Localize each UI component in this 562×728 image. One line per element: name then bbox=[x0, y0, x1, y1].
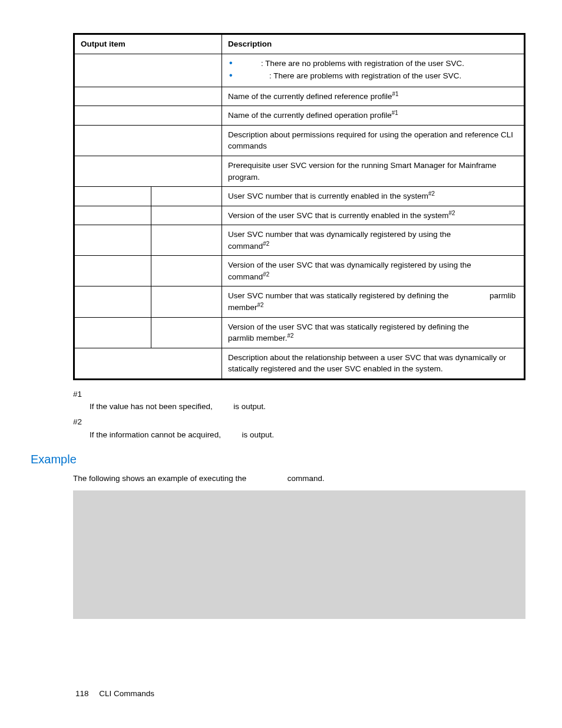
cell-sub bbox=[151, 256, 222, 286]
cell-desc: Description about permissions required f… bbox=[222, 125, 524, 156]
table-row: Description about permissions required f… bbox=[75, 125, 524, 156]
desc-text: parmlib member. bbox=[228, 334, 287, 342]
note-text: is output. bbox=[240, 430, 275, 439]
desc-text: Version of the user SVC that is currentl… bbox=[228, 211, 448, 220]
cell-desc: Prerequisite user SVC version for the ru… bbox=[222, 156, 524, 186]
col-output-item: Output item bbox=[75, 35, 222, 54]
table-row: Version of the user SVC that was statica… bbox=[75, 317, 524, 348]
table-row: Name of the currently defined operation … bbox=[75, 106, 524, 126]
cell-item bbox=[75, 187, 151, 206]
cell-item bbox=[75, 256, 151, 286]
footnote-2: If the information cannot be acquired, i… bbox=[73, 429, 525, 441]
table-header-row: Output item Description bbox=[75, 35, 524, 54]
example-intro: The following shows an example of execut… bbox=[73, 473, 525, 485]
cell-desc: Name of the currently defined operation … bbox=[222, 106, 524, 126]
page: Output item Description : There are no p… bbox=[0, 0, 562, 728]
footnote-tag-1: #1 bbox=[73, 388, 525, 400]
footnote-tag-2: #2 bbox=[73, 416, 525, 428]
cell-sub bbox=[151, 286, 222, 317]
cell-item bbox=[75, 317, 151, 348]
table-row: User SVC number that was statically regi… bbox=[75, 286, 524, 317]
desc-text: Name of the currently defined reference … bbox=[228, 92, 392, 101]
table-row: User SVC number that was dynamically reg… bbox=[75, 225, 524, 256]
desc-text: Version of the user SVC that was statica… bbox=[228, 322, 471, 331]
table-row: Version of the user SVC that was dynamic… bbox=[75, 256, 524, 286]
desc-text: Description about permissions required f… bbox=[228, 130, 513, 151]
page-footer: 118 CLI Commands bbox=[75, 688, 154, 700]
table-row: : There are no problems with registratio… bbox=[75, 54, 524, 87]
cell-item bbox=[75, 125, 222, 156]
footnotes: #1 If the value has not been specified, … bbox=[73, 388, 525, 440]
cell-item bbox=[75, 206, 151, 225]
cell-desc: User SVC number that is currently enable… bbox=[222, 187, 524, 206]
output-table: Output item Description : There are no p… bbox=[74, 34, 524, 379]
table-row: Name of the currently defined reference … bbox=[75, 87, 524, 106]
cell-desc: User SVC number that was dynamically reg… bbox=[222, 225, 524, 256]
cell-sub bbox=[151, 187, 222, 206]
sup: #2 bbox=[257, 302, 264, 308]
cell-desc: Version of the user SVC that was dynamic… bbox=[222, 256, 524, 286]
sup: #2 bbox=[263, 240, 269, 246]
cell-sub bbox=[151, 206, 222, 225]
cell-desc: Version of the user SVC that was statica… bbox=[222, 317, 524, 348]
cell-desc: : There are no problems with registratio… bbox=[222, 54, 524, 87]
bullet-text: : There are problems with registration o… bbox=[269, 71, 461, 80]
footnote-1: If the value has not been specified, is … bbox=[73, 401, 525, 413]
desc-text: command bbox=[228, 272, 263, 281]
table-row: Description about the relationship betwe… bbox=[75, 348, 524, 378]
code-block bbox=[73, 490, 525, 619]
desc-text: Name of the currently defined operation … bbox=[228, 111, 392, 120]
desc-text: Prerequisite user SVC version for the ru… bbox=[228, 161, 496, 182]
desc-text: User SVC number that was statically regi… bbox=[228, 291, 451, 300]
desc-text: command bbox=[228, 242, 263, 251]
cell-desc: Description about the relationship betwe… bbox=[222, 348, 524, 378]
sup: #2 bbox=[287, 332, 294, 339]
bullet-list: : There are no problems with registratio… bbox=[228, 58, 518, 82]
cell-item bbox=[75, 156, 222, 186]
output-table-wrap: Output item Description : There are no p… bbox=[73, 33, 525, 380]
cell-item bbox=[75, 54, 222, 87]
note-text: If the information cannot be acquired, bbox=[90, 430, 223, 439]
cell-sub bbox=[151, 225, 222, 256]
bullet-text: : There are no problems with registratio… bbox=[261, 59, 464, 68]
page-number: 118 bbox=[75, 689, 89, 698]
cell-item bbox=[75, 348, 222, 378]
cell-desc: User SVC number that was statically regi… bbox=[222, 286, 524, 317]
bullet-item: : There are no problems with registratio… bbox=[239, 58, 518, 70]
table-row: Version of the user SVC that is currentl… bbox=[75, 206, 524, 225]
cell-sub bbox=[151, 317, 222, 348]
cell-item bbox=[75, 87, 222, 106]
sup: #2 bbox=[428, 190, 435, 197]
note-text: is output. bbox=[231, 402, 266, 411]
table-row: User SVC number that is currently enable… bbox=[75, 187, 524, 206]
intro-text: The following shows an example of execut… bbox=[73, 474, 249, 483]
cell-desc: Version of the user SVC that is currentl… bbox=[222, 206, 524, 225]
example-heading: Example bbox=[31, 451, 525, 468]
sup: #1 bbox=[392, 110, 398, 116]
note-text: If the value has not been specified, bbox=[90, 402, 214, 411]
sup: #2 bbox=[448, 209, 455, 216]
section-title: CLI Commands bbox=[99, 689, 154, 698]
sup: #1 bbox=[392, 90, 398, 97]
desc-text: User SVC number that was dynamically reg… bbox=[228, 230, 453, 239]
desc-text: User SVC number that is currently enable… bbox=[228, 192, 428, 200]
cell-item bbox=[75, 106, 222, 126]
desc-text: Description about the relationship betwe… bbox=[228, 353, 506, 374]
sup: #2 bbox=[263, 271, 269, 277]
bullet-item: : There are problems with registration o… bbox=[239, 70, 518, 82]
col-description: Description bbox=[222, 35, 524, 54]
cell-desc: Name of the currently defined reference … bbox=[222, 87, 524, 106]
desc-text: Version of the user SVC that was dynamic… bbox=[228, 261, 473, 269]
table-row: Prerequisite user SVC version for the ru… bbox=[75, 156, 524, 186]
cell-item bbox=[75, 225, 151, 256]
cell-item bbox=[75, 286, 151, 317]
intro-text: command. bbox=[285, 474, 325, 483]
